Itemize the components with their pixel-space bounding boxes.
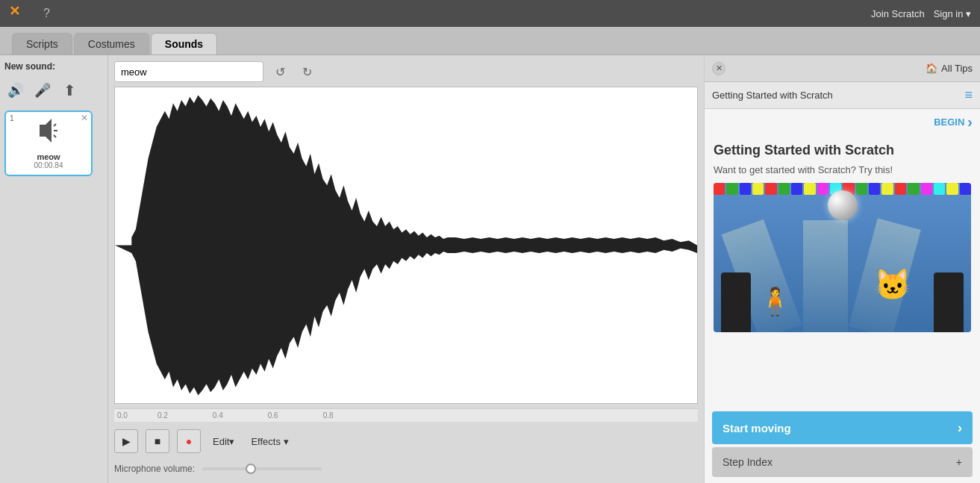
play-icon: ▶ <box>122 435 131 447</box>
edit-dropdown[interactable]: Edit▾ <box>208 433 239 450</box>
scratch-logo: ✕ <box>9 4 36 23</box>
topbar-right: Join Scratch Sign in ▾ <box>871 8 971 19</box>
controls-bar: ▶ ■ ● Edit▾ Effects ▾ <box>114 426 698 456</box>
mic-volume-label: Microphone volume: <box>114 464 195 474</box>
timeline-ruler: 0.0 0.2 0.4 0.6 0.8 <box>114 408 698 422</box>
begin-chevron-icon: › <box>967 113 973 131</box>
record-icon: ● <box>186 435 192 447</box>
begin-button[interactable]: BEGIN › <box>934 113 973 131</box>
tabbar: Scripts Costumes Sounds <box>0 27 980 55</box>
effects-label: Effects ▾ <box>251 436 288 447</box>
new-sound-label: New sound: <box>4 61 103 72</box>
step-index-icon: + <box>956 456 962 468</box>
timeline-label: 0.0 <box>117 411 128 420</box>
redo-button[interactable]: ↻ <box>296 61 317 82</box>
upload-icon: ⬆ <box>63 81 76 99</box>
waveform-container <box>114 87 698 404</box>
dance-person: 🧍 <box>758 286 792 317</box>
tips-nav-title: Getting Started with Scratch <box>712 90 833 101</box>
all-tips-button[interactable]: 🏠 All Tips <box>926 63 973 74</box>
stop-button[interactable]: ■ <box>146 429 169 453</box>
sound-item-close[interactable]: ✕ <box>81 113 88 122</box>
timeline-label-3: 0.6 <box>268 411 278 420</box>
sound-item-number: 1 <box>10 114 14 122</box>
sound-item-duration: 00:00.84 <box>34 161 63 169</box>
topbar-left: ✕ ? <box>9 4 50 23</box>
waveform-svg <box>115 87 697 403</box>
tips-nav: Getting Started with Scratch ≡ <box>705 82 980 109</box>
sound-item[interactable]: 1 ✕ meow 00:00.84 <box>4 110 93 176</box>
mic-volume-slider[interactable] <box>202 467 322 470</box>
timeline-label-2: 0.4 <box>213 411 223 420</box>
undo-icon: ↺ <box>275 65 285 79</box>
redo-icon: ↻ <box>302 65 312 79</box>
sound-name-input[interactable] <box>114 61 263 82</box>
play-button[interactable]: ▶ <box>114 429 138 453</box>
tips-content: Getting Started with Scratch Want to get… <box>705 135 980 405</box>
tab-sounds[interactable]: Sounds <box>151 33 217 54</box>
sound-icons: 🔊 🎤 ⬆ <box>4 79 103 102</box>
close-tips-button[interactable]: ✕ <box>712 62 725 75</box>
svg-line-2 <box>54 124 56 126</box>
topbar: ✕ ? Join Scratch Sign in ▾ <box>0 0 980 27</box>
tips-heading: Getting Started with Scratch <box>714 143 971 158</box>
timeline-label-1: 0.2 <box>157 411 168 420</box>
tips-begin-row: BEGIN › <box>705 109 980 135</box>
main-area: New sound: 🔊 🎤 ⬆ 1 ✕ <box>0 55 980 483</box>
home-icon: 🏠 <box>926 63 937 74</box>
undo-button[interactable]: ↺ <box>269 61 290 82</box>
tab-costumes[interactable]: Costumes <box>74 33 149 54</box>
speaker-right <box>934 272 964 332</box>
step-index-button[interactable]: Step Index + <box>712 447 973 477</box>
spotlight-2 <box>803 220 848 332</box>
join-scratch-link[interactable]: Join Scratch <box>871 8 925 19</box>
stop-icon: ■ <box>155 435 160 447</box>
tips-topbar: ✕ 🏠 All Tips <box>705 55 980 82</box>
svg-text:✕: ✕ <box>9 4 19 19</box>
upload-icon-btn[interactable]: ⬆ <box>58 79 81 102</box>
sound-name-bar: ↺ ↻ <box>114 61 698 82</box>
speaker-icon-btn[interactable]: 🔊 <box>4 79 27 102</box>
close-icon: ✕ <box>716 63 722 73</box>
mic-icon-btn[interactable]: 🎤 <box>31 79 54 102</box>
sidebar: New sound: 🔊 🎤 ⬆ 1 ✕ <box>0 55 108 483</box>
svg-line-4 <box>54 135 56 137</box>
timeline-label-4: 0.8 <box>323 411 334 420</box>
tab-scripts[interactable]: Scripts <box>12 33 72 54</box>
help-icon[interactable]: ? <box>43 7 50 20</box>
step-index-label: Step Index <box>722 456 773 468</box>
content-area: ↺ ↻ 0.0 0.2 0.4 0.6 0.8 ▶ <box>108 55 704 483</box>
sound-item-name: meow <box>37 152 60 161</box>
all-tips-label: All Tips <box>941 63 973 74</box>
tips-description: Want to get started with Scratch? Try th… <box>714 164 971 175</box>
right-panel: ✕ 🏠 All Tips Getting Started with Scratc… <box>704 55 980 483</box>
start-moving-label: Start moving <box>722 422 791 434</box>
edit-label: Edit▾ <box>213 436 234 447</box>
tips-nav-menu[interactable]: ≡ <box>964 87 973 103</box>
microphone-icon: 🎤 <box>34 82 51 99</box>
dance-image: 🧍 🐱 <box>714 183 971 332</box>
svg-marker-1 <box>40 119 52 143</box>
speaker-icon: 🔊 <box>7 82 24 99</box>
speaker-left <box>721 272 751 332</box>
disco-ball <box>828 190 858 220</box>
sound-item-icon <box>35 117 62 149</box>
start-moving-chevron-icon: › <box>958 420 962 436</box>
dance-cat: 🐱 <box>874 267 911 302</box>
effects-dropdown[interactable]: Effects ▾ <box>246 433 293 450</box>
begin-label: BEGIN <box>934 116 964 128</box>
signin-link[interactable]: Sign in ▾ <box>934 8 971 19</box>
record-button[interactable]: ● <box>177 429 201 453</box>
mic-volume-row: Microphone volume: <box>114 461 698 477</box>
start-moving-button[interactable]: Start moving › <box>712 411 973 444</box>
